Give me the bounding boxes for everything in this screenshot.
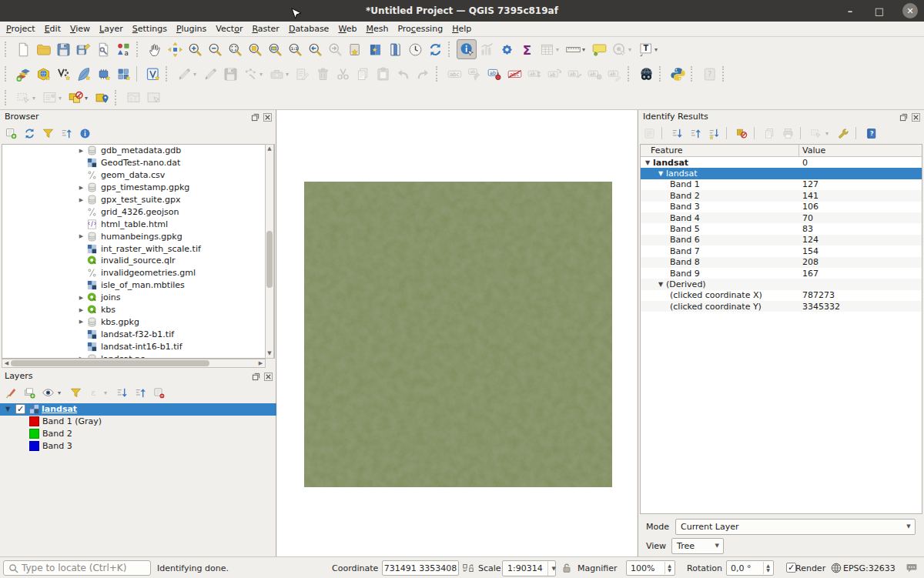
collapse-tree-button[interactable] [688,125,703,141]
menu-edit[interactable]: Edit [40,23,65,35]
undo-button[interactable] [393,64,413,84]
expand-arrow[interactable]: ▶ [76,319,86,325]
expand-new-results-button[interactable] [706,125,721,141]
zoom-native-button[interactable]: 1:1 [285,39,305,59]
label-tool-4-button[interactable]: ab [584,64,604,84]
browser-item[interactable]: ▶joins [2,292,274,304]
browser-close-button[interactable] [263,112,273,122]
scale-select[interactable]: 1:90314▼ [502,560,556,576]
select-by-location-button[interactable] [92,88,112,108]
zoom-next-button[interactable] [325,39,345,59]
style-manager-button[interactable]: a [113,39,133,59]
browser-item[interactable]: int_raster_with_scale.tif [2,242,274,255]
identify-row[interactable]: Band 6124 [641,235,922,246]
manage-map-themes-button[interactable] [40,385,55,400]
layer-band-item[interactable]: Band 2 [0,428,276,440]
expand-arrow[interactable]: ▶ [76,233,86,239]
rotation-spinbox[interactable]: 0,0 °▲▼ [726,560,774,576]
browser-item[interactable]: ▶landsat.nc [2,352,274,359]
identify-features-button[interactable] [457,39,477,59]
identify-row[interactable]: ▼(Derived) [641,279,922,289]
data-source-manager-button[interactable] [13,64,33,84]
filter-by-expression-button[interactable]: ε [86,385,102,400]
maximize-button[interactable]: □ [873,5,886,17]
digitize-with-segment-button[interactable] [240,64,260,84]
copy-feature-button[interactable] [762,125,777,141]
open-project-button[interactable] [33,39,53,59]
identify-row[interactable]: ▼landsat [641,168,922,179]
lock-scale-icon[interactable] [561,562,573,576]
toggle-editing-button[interactable] [200,64,220,84]
menu-mesh[interactable]: Mesh [361,23,393,35]
map-tips-button[interactable] [589,39,609,59]
zoom-full-button[interactable] [225,39,245,59]
plugin-help-button[interactable]: ? [699,64,719,84]
layer-band-item[interactable]: Band 1 (Gray) [0,416,276,428]
expand-arrow[interactable]: ▶ [76,197,86,203]
menu-database[interactable]: Database [284,23,334,35]
filter-legend-button[interactable] [68,385,83,400]
add-group-button[interactable] [22,385,37,400]
open-attribute-table-button[interactable] [537,39,557,59]
expand-arrow[interactable]: ▶ [76,185,86,191]
new-map-view-button[interactable] [123,88,143,108]
modify-attributes-button[interactable] [293,64,313,84]
manage-map-themes-dropdown[interactable]: ▾ [58,389,65,396]
expand-arrow[interactable]: ▶ [76,295,86,301]
browser-horizontal-scrollbar[interactable]: ◀ ▶ [2,359,266,368]
label-toolbar-1-button[interactable]: abc [444,64,464,84]
refresh-browser-button[interactable] [22,125,37,141]
new-gpx-layer-button[interactable] [142,64,162,84]
zoom-to-selection-button[interactable] [245,39,265,59]
select-features-button[interactable] [13,88,33,108]
measure-line-button[interactable] [563,39,583,59]
expand-arrow[interactable]: ▶ [76,148,86,154]
measure-line-dropdown[interactable]: ▾ [582,46,589,53]
form-view-button[interactable] [641,125,657,141]
text-annotation-button[interactable]: T [635,39,655,59]
identify-row[interactable]: Band 2141 [641,190,922,201]
menu-help[interactable]: Help [447,23,476,35]
identify-row[interactable]: Band 8208 [641,257,922,268]
cut-features-button[interactable] [333,64,353,84]
browser-item[interactable]: ▶kbs.gpkg [2,316,274,328]
identify-row[interactable]: ▼landsat0 [641,157,922,168]
coordinate-input[interactable]: 731491 3353408 [382,560,459,576]
vertex-tool-dropdown[interactable]: ▾ [286,71,293,78]
new-bookmark-button[interactable] [345,39,365,59]
layer-visibility-checkbox[interactable]: ✓ [15,404,25,414]
menu-project[interactable]: Project [2,23,40,35]
properties-widget-button[interactable] [77,125,92,141]
menu-settings[interactable]: Settings [128,23,172,35]
project-properties-button[interactable] [93,39,113,59]
save-project-button[interactable] [53,39,73,59]
save-project-as-button[interactable] [73,39,93,59]
processing-toolbox-button[interactable] [497,39,517,59]
locate-search-input[interactable]: Type to locate (Ctrl+K) [3,560,151,576]
identify-row[interactable]: Band 583 [641,223,922,234]
zoom-last-button[interactable] [305,39,325,59]
identify-row[interactable]: (clicked coordinate X)787273 [641,290,922,301]
menu-plugins[interactable]: Plugins [172,23,211,35]
identify-row[interactable]: Band 3106 [641,202,922,212]
statistical-summary-chart-button[interactable] [477,39,497,59]
zoom-to-layer-button[interactable] [265,39,285,59]
identify-row[interactable]: (clicked coordinate Y)3345332 [641,301,922,312]
run-feature-action-dropdown[interactable]: ▾ [628,46,635,53]
identify-row[interactable]: Band 470 [641,212,922,223]
browser-item[interactable]: ▶kbs [2,304,274,316]
menu-raster[interactable]: Raster [247,23,283,35]
collapse-all-layers-button[interactable] [132,385,148,400]
close-button[interactable]: ✕ [902,3,918,18]
identify-float-button[interactable] [899,112,909,122]
paste-features-button[interactable] [373,64,393,84]
clear-results-button[interactable] [734,125,749,141]
browser-item[interactable]: ▶gps_timestamp.gpkg [2,182,274,194]
layers-close-button[interactable] [263,372,273,382]
menu-view[interactable]: View [65,23,95,35]
print-response-button[interactable] [780,125,795,141]
text-annotation-dropdown[interactable]: ▾ [654,46,661,53]
change-label-button[interactable]: ab [564,64,584,84]
redo-button[interactable] [413,64,433,84]
browser-float-button[interactable] [250,112,260,122]
